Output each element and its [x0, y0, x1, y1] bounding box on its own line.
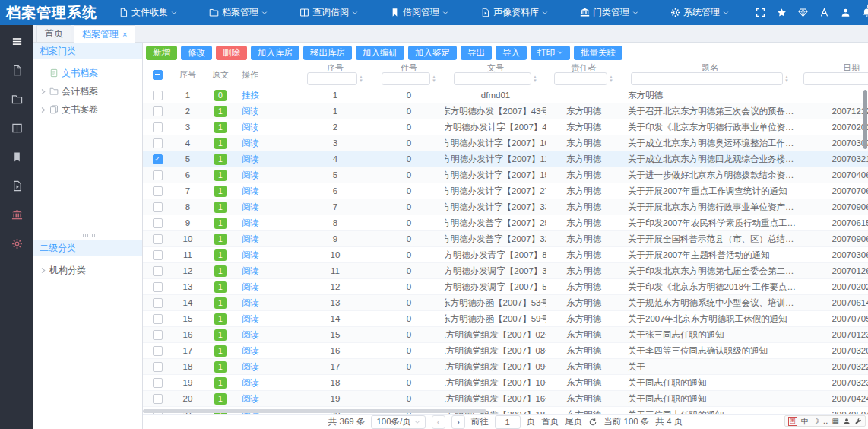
column-filter-input[interactable] — [454, 72, 531, 85]
top-menu-item[interactable]: 声像资料库 — [470, 0, 559, 25]
row-checkbox[interactable] — [153, 186, 163, 196]
dots-icon[interactable]: ‥ — [823, 418, 828, 425]
operation-link[interactable]: 阅读 — [242, 361, 259, 373]
table-row[interactable]: 10挂接10dfmd01东方明德 — [143, 87, 868, 103]
toolbar-button-删除[interactable]: 删除 — [216, 46, 247, 60]
toolbar-button-加入鉴定[interactable]: 加入鉴定 — [408, 46, 457, 60]
row-checkbox[interactable] — [153, 282, 163, 292]
row-checkbox[interactable] — [153, 266, 163, 276]
operation-link[interactable]: 阅读 — [242, 393, 259, 405]
sort-desc-icon[interactable]: ▼ — [432, 79, 436, 83]
operation-link[interactable]: 阅读 — [242, 202, 259, 213]
table-row[interactable]: 191阅读180东方明德党组发【2007】10号东方明德关于同志任职的通知200… — [143, 375, 868, 391]
sort-toggle[interactable]: ▲▼ — [432, 75, 436, 83]
column-filter-input[interactable] — [307, 72, 357, 85]
row-checkbox[interactable] — [153, 394, 163, 404]
toolbar-button-打印[interactable]: 打印 — [531, 46, 570, 60]
goto-page-input[interactable] — [495, 415, 521, 429]
row-checkbox[interactable] — [153, 122, 163, 132]
toolbar-button-导入[interactable]: 导入 — [496, 46, 527, 60]
sort-toggle[interactable]: ▲▼ — [359, 75, 363, 83]
menu-toggle-button[interactable] — [0, 30, 33, 52]
panel-resize-handle[interactable] — [33, 232, 142, 240]
operation-link[interactable]: 阅读 — [242, 186, 259, 197]
tab-首页[interactable]: 首页 — [36, 25, 71, 42]
top-menu-item[interactable]: 档案管理 — [198, 0, 278, 25]
sort-desc-icon[interactable]: ▼ — [784, 79, 789, 83]
operation-link[interactable]: 阅读 — [242, 218, 259, 229]
table-row[interactable]: 141阅读130东方明德办函【2007】53号东方明德关于规范东方明德系统中小型… — [143, 295, 868, 311]
row-checkbox[interactable] — [153, 250, 163, 260]
operation-link[interactable]: 阅读 — [242, 106, 259, 117]
sort-toggle[interactable]: ▲▼ — [533, 75, 537, 83]
next-page-button[interactable]: › — [451, 415, 465, 429]
table-row[interactable]: 101阅读90东方明德办发普字【2007】32号东方明德关于开展全国科普示范县（… — [143, 231, 868, 247]
rail-item-media[interactable] — [0, 171, 33, 200]
row-checkbox[interactable] — [153, 330, 163, 340]
keyboard-icon[interactable]: ▦ — [832, 418, 839, 425]
close-icon[interactable]: × — [122, 30, 127, 39]
toolbar-button-导出[interactable]: 导出 — [461, 46, 492, 60]
user-icon[interactable] — [843, 418, 851, 425]
tree-item-机构分类[interactable]: 机构分类 — [33, 261, 142, 279]
top-menu-item[interactable]: 系统管理 — [660, 0, 740, 25]
top-menu-item[interactable]: 查询借阅 — [289, 0, 369, 25]
row-checkbox[interactable] — [153, 218, 163, 228]
operation-link[interactable]: 阅读 — [242, 313, 259, 325]
table-row[interactable]: 161阅读150东方明德党组发【2007】02号东方明德关于张三同志任职的通知2… — [143, 327, 868, 343]
user-button[interactable] — [835, 3, 855, 23]
row-checkbox[interactable] — [153, 314, 163, 324]
operation-link[interactable]: 阅读 — [242, 249, 259, 261]
rail-item-folder[interactable] — [0, 84, 33, 113]
row-checkbox[interactable] — [153, 170, 163, 180]
operation-link[interactable]: 阅读 — [242, 281, 259, 293]
lang-icon[interactable]: 国 — [788, 417, 797, 426]
row-checkbox[interactable] — [153, 378, 163, 388]
toolbar-button-修改[interactable]: 修改 — [181, 46, 212, 60]
table-row[interactable]: 131阅读120东方明德办发调字【2007】5号东方明德关于印发《北京东方明德2… — [143, 279, 868, 295]
row-checkbox[interactable] — [153, 346, 163, 356]
horizontal-scrollbar[interactable] — [143, 408, 868, 414]
toolbar-button-加入库房[interactable]: 加入库房 — [251, 46, 299, 60]
table-row[interactable]: 111阅读100东方明德办发青字【2007】8号东方明德关于开展2007年主题科… — [143, 247, 868, 263]
row-checkbox[interactable] — [153, 154, 163, 164]
row-checkbox[interactable] — [153, 91, 163, 100]
column-filter-input[interactable] — [382, 72, 430, 85]
chinese-mode-icon[interactable]: 中 — [801, 418, 809, 425]
table-row[interactable]: 181阅读170东方明德党组发【2007】09号东方明德关于20070322 — [143, 359, 868, 375]
toolbar-button-加入编研[interactable]: 加入编研 — [356, 46, 404, 60]
toolbar-button-新增[interactable]: 新增 — [146, 46, 177, 60]
moon-icon[interactable]: ☽ — [813, 418, 819, 425]
rail-item-bank[interactable] — [0, 200, 33, 229]
top-menu-item[interactable]: 门类管理 — [569, 0, 649, 25]
column-filter-input[interactable] — [631, 72, 783, 85]
row-checkbox[interactable] — [153, 138, 163, 148]
sort-desc-icon[interactable]: ▼ — [609, 79, 613, 83]
rail-item-book[interactable] — [0, 113, 33, 142]
toolbar-button-批量关联[interactable]: 批量关联 — [574, 46, 622, 60]
tree-item-文书案卷[interactable]: 文书案卷 — [33, 100, 142, 119]
operation-link[interactable]: 阅读 — [242, 122, 259, 133]
table-row[interactable]: 71阅读60东方明德办发计字【2007】27号东方明德关于开展2007年重点工作… — [143, 183, 868, 199]
table-row[interactable]: 21阅读10东方明德办发【2007】43号东方明德关于召开北京东方明德第三次会议… — [143, 103, 868, 119]
refresh-icon[interactable] — [588, 418, 597, 427]
row-checkbox[interactable] — [153, 106, 163, 116]
operation-link[interactable]: 阅读 — [242, 138, 259, 149]
rail-item-bookmark[interactable] — [0, 142, 33, 171]
bell-button[interactable]: 0 — [857, 3, 868, 23]
wrench-icon[interactable] — [854, 418, 862, 425]
operation-link[interactable]: 阅读 — [242, 154, 259, 165]
table-row[interactable]: 91阅读80东方明德办发普字【2007】25号东方明德关于印发2007年农民科学… — [143, 215, 868, 231]
column-filter-input[interactable] — [554, 72, 607, 85]
sort-toggle[interactable]: ▲▼ — [609, 75, 613, 83]
prev-page-button[interactable]: ‹ — [432, 415, 445, 429]
table-row[interactable]: 61阅读50东方明德办发计字【2007】15号东方明德关于进一步做好北京东方明德… — [143, 167, 868, 183]
row-checkbox[interactable] — [153, 362, 163, 372]
tree-item-会计档案[interactable]: 会计档案 — [33, 82, 142, 100]
operation-link[interactable]: 阅读 — [242, 234, 259, 245]
row-checkbox[interactable] — [153, 298, 163, 308]
toolbar-button-移出库房[interactable]: 移出库房 — [303, 46, 352, 60]
expand-button[interactable] — [750, 3, 770, 23]
operation-link[interactable]: 阅读 — [242, 265, 259, 277]
table-row[interactable]: 151阅读140东方明德办函【2007】59号东方明德关于2007年北京东方明德… — [143, 311, 868, 327]
